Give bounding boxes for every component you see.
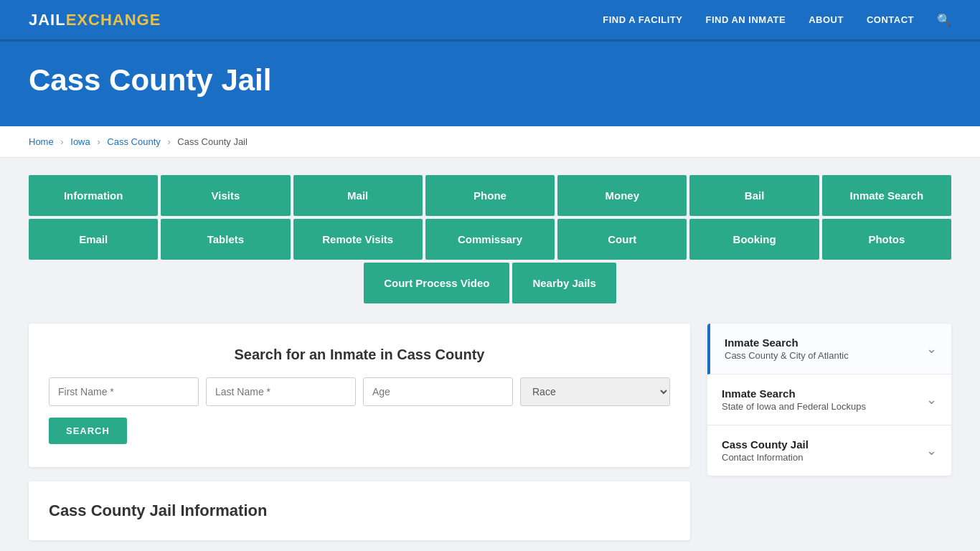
btn-court[interactable]: Court — [557, 219, 687, 260]
breadcrumb-sep-3: › — [167, 136, 170, 147]
sidebar-item-subtitle-1: Cass County & City of Atlantic — [725, 350, 849, 361]
chevron-down-icon-1: ⌄ — [926, 341, 937, 357]
sidebar: Inmate Search Cass County & City of Atla… — [707, 324, 951, 476]
search-button[interactable]: SEARCH — [49, 418, 127, 444]
sidebar-item-contact-info[interactable]: Cass County Jail Contact Information ⌄ — [707, 425, 951, 476]
btn-visits[interactable]: Visits — [161, 175, 290, 216]
btn-bail[interactable]: Bail — [689, 175, 819, 216]
breadcrumb-iowa[interactable]: Iowa — [70, 136, 90, 147]
info-section: Cass County Jail Information — [29, 481, 690, 540]
search-panel: Search for an Inmate in Cass County Race… — [29, 324, 690, 467]
breadcrumb-cass-county[interactable]: Cass County — [107, 136, 160, 147]
nav-about[interactable]: ABOUT — [809, 14, 844, 25]
breadcrumb-current: Cass County Jail — [177, 136, 248, 147]
sidebar-item-title-3: Cass County Jail — [722, 438, 809, 451]
breadcrumb-sep-2: › — [97, 136, 100, 147]
last-name-input[interactable] — [206, 377, 356, 406]
nav-contact[interactable]: CONTACT — [867, 14, 914, 25]
chevron-down-icon-2: ⌄ — [926, 392, 937, 408]
btn-booking[interactable]: Booking — [689, 219, 819, 260]
btn-mail[interactable]: Mail — [293, 175, 423, 216]
btn-money[interactable]: Money — [557, 175, 687, 216]
button-grid-row1: Information Visits Mail Phone Money Bail… — [29, 175, 951, 216]
logo-part2: EXCHANGE — [66, 11, 161, 29]
search-icon[interactable]: 🔍 — [937, 13, 951, 27]
sidebar-item-inmate-search-iowa[interactable]: Inmate Search State of Iowa and Federal … — [707, 375, 951, 425]
btn-photos[interactable]: Photos — [822, 219, 951, 260]
search-fields: Race — [49, 377, 670, 406]
info-title: Cass County Jail Information — [49, 501, 670, 520]
race-select[interactable]: Race — [520, 377, 670, 406]
main-layout: Search for an Inmate in Cass County Race… — [29, 324, 951, 540]
chevron-down-icon-3: ⌄ — [926, 443, 937, 458]
breadcrumb: Home › Iowa › Cass County › Cass County … — [0, 126, 980, 158]
btn-remote-visits[interactable]: Remote Visits — [293, 219, 423, 260]
sidebar-card: Inmate Search Cass County & City of Atla… — [707, 324, 951, 476]
navbar: JAILEXCHANGE FIND A FACILITY FIND AN INM… — [0, 0, 980, 42]
nav-find-facility[interactable]: FIND A FACILITY — [603, 14, 682, 25]
btn-inmate-search[interactable]: Inmate Search — [822, 175, 951, 216]
btn-tablets[interactable]: Tablets — [161, 219, 290, 260]
sidebar-item-title-1: Inmate Search — [725, 336, 849, 349]
hero-section: Cass County Jail — [0, 42, 980, 126]
button-grid-row2: Email Tablets Remote Visits Commissary C… — [29, 219, 951, 260]
button-grid-row3: Court Process Video Nearby Jails — [29, 263, 951, 303]
sidebar-item-title-2: Inmate Search — [722, 387, 866, 400]
sidebar-item-subtitle-3: Contact Information — [722, 452, 809, 463]
breadcrumb-sep-1: › — [60, 136, 63, 147]
age-input[interactable] — [363, 377, 513, 406]
nav-find-inmate[interactable]: FIND AN INMATE — [705, 14, 786, 25]
sidebar-item-inmate-search-cass[interactable]: Inmate Search Cass County & City of Atla… — [707, 324, 951, 375]
content-area: Home › Iowa › Cass County › Cass County … — [0, 126, 980, 551]
btn-email[interactable]: Email — [29, 219, 158, 260]
search-title: Search for an Inmate in Cass County — [49, 347, 670, 363]
sidebar-item-text-2: Inmate Search State of Iowa and Federal … — [722, 387, 866, 412]
sidebar-item-text-3: Cass County Jail Contact Information — [722, 438, 809, 463]
left-column: Search for an Inmate in Cass County Race… — [29, 324, 690, 540]
btn-commissary[interactable]: Commissary — [425, 219, 555, 260]
page-title: Cass County Jail — [29, 63, 951, 98]
btn-nearby-jails[interactable]: Nearby Jails — [512, 263, 616, 303]
sidebar-item-text-1: Inmate Search Cass County & City of Atla… — [725, 336, 849, 361]
sidebar-item-subtitle-2: State of Iowa and Federal Lockups — [722, 401, 866, 412]
btn-court-process-video[interactable]: Court Process Video — [364, 263, 509, 303]
site-logo[interactable]: JAILEXCHANGE — [29, 11, 161, 29]
btn-phone[interactable]: Phone — [425, 175, 555, 216]
btn-information[interactable]: Information — [29, 175, 158, 216]
nav-links: FIND A FACILITY FIND AN INMATE ABOUT CON… — [603, 13, 951, 27]
first-name-input[interactable] — [49, 377, 199, 406]
breadcrumb-home[interactable]: Home — [29, 136, 54, 147]
logo-part1: JAIL — [29, 11, 66, 29]
